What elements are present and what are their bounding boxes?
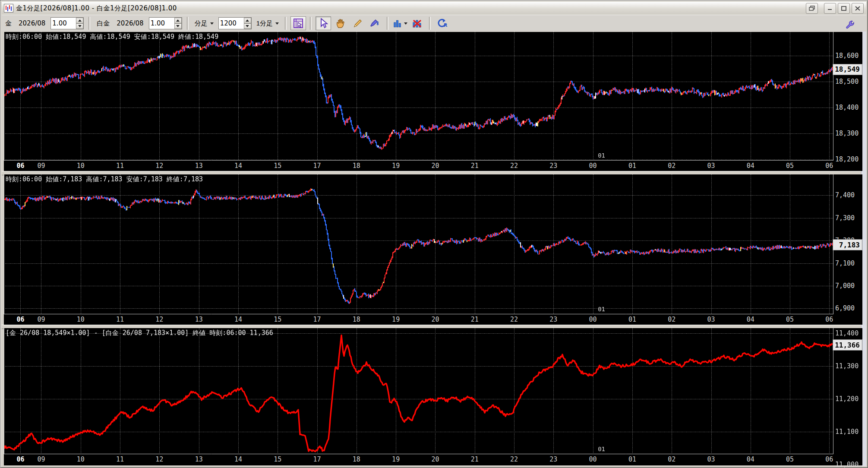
y-axis-label: 7,400 [835,191,855,199]
x-axis-label: 22 [510,162,518,170]
x-axis-label: 14 [234,316,242,323]
interval-type-dropdown[interactable]: 分足 [192,17,217,30]
x-axis-label: 01 [628,316,636,323]
x-axis-label: 21 [471,455,479,463]
x-axis-label: 05 [786,316,794,323]
chart-clear-button[interactable] [410,16,425,30]
x-axis-label: 18 [353,455,360,463]
platinum-multiplier-down-button[interactable] [174,23,182,29]
chart-type-menu-button[interactable] [392,16,408,30]
x-axis-label: 19 [392,455,400,463]
x-axis-label: 02 [668,316,675,323]
chevron-down-icon [210,22,214,25]
x-axis-label: 10 [77,316,85,323]
x-axis-label: 02 [668,162,675,170]
toolbar-separator [187,17,189,30]
x-axis[interactable]: 0609101112131415171819202122230001020304… [4,161,833,171]
y-axis-label: 18,500 [835,78,859,85]
chevron-down-icon [404,22,407,25]
y-axis-label: 7,300 [835,214,855,222]
day-separator-label: 01 [598,446,605,452]
x-axis-label: 23 [549,316,557,323]
reload-button[interactable]: R [435,16,450,30]
x-axis-label: 17 [313,162,321,170]
bar-chart-icon [393,18,403,28]
gold-multiplier-spinbox [51,17,84,29]
x-axis-label: 02 [668,455,675,463]
x-axis-label: 21 [471,316,479,323]
x-axis-label: 19 [392,162,400,170]
y-axis[interactable]: 18,60018,50018,40018,30018,20018,549 [833,32,862,171]
y-axis[interactable]: 7,4007,3007,2007,1007,0006,9007,183 [833,174,862,325]
bar-count-up-button[interactable] [244,18,251,23]
close-button[interactable] [852,3,864,14]
pan-tool-button[interactable] [333,16,348,30]
marker-move-tool-button[interactable] [367,16,383,30]
x-axis-label: 06 [825,455,833,463]
marker-move-icon [369,18,381,28]
y-axis-label: 6,900 [835,304,855,312]
x-axis-label: 19 [392,316,400,323]
chevron-down-icon [275,22,279,25]
x-axis[interactable]: 0609101112131415171819202122230001020304… [4,314,833,325]
cursor-arrow-icon [319,18,328,28]
gold-multiplier-input[interactable] [51,18,76,29]
y-axis-label: 7,100 [835,259,855,267]
restore-window-button[interactable] [806,3,818,14]
gold-1min-canvas[interactable] [4,32,833,161]
gold-platinum-spread-canvas[interactable] [4,328,833,454]
toolbar-separator [88,17,90,30]
x-axis-label: 10 [77,455,85,463]
x-axis-label: 12 [155,162,163,170]
chart-cursor-tool-button[interactable] [290,16,306,30]
x-axis-label: 18 [353,162,360,170]
y-axis-label: 7,000 [835,282,855,290]
bar-count-input[interactable] [219,18,244,29]
x-axis-label: 03 [707,162,715,170]
x-axis-label: 06 [825,316,833,323]
x-axis-label: 11 [116,162,124,170]
x-axis-label: 11 [116,316,124,323]
x-axis-label: 11 [116,455,124,463]
x-axis-label: 21 [471,162,479,170]
x-axis-label: 06 [16,455,24,463]
x-axis-label: 12 [155,455,163,463]
x-axis-label: 03 [707,455,715,463]
x-axis-label: 05 [786,162,794,170]
y-axis-label: 11,300 [835,362,859,370]
maximize-button[interactable] [838,3,850,14]
pencil-tool-button[interactable] [350,16,366,30]
x-axis-label: 05 [786,455,794,463]
x-axis-label: 18 [353,316,360,323]
gold-multiplier-up-button[interactable] [76,18,83,23]
bar-count-down-button[interactable] [244,23,251,29]
platinum-1min-canvas[interactable] [4,174,833,314]
x-axis-label: 23 [549,455,557,463]
gold-multiplier-down-button[interactable] [76,23,83,29]
platinum-contract-month: 2026/08 [117,19,143,27]
pane-info-line: 時刻:06:00 始値:18,549 高値:18,549 安値:18,549 終… [6,33,218,41]
platinum-symbol-label: 白金 [97,19,110,28]
x-axis-label: 13 [195,162,203,170]
platinum-multiplier-up-button[interactable] [174,18,182,23]
pane-info-line: [金 26/08 18,549×1.00] - [白金 26/08 7,183×… [6,329,273,337]
select-tool-button[interactable] [316,16,331,30]
x-axis-label: 22 [510,316,518,323]
minimize-button[interactable] [824,3,836,14]
timeframe-dropdown[interactable]: 1分足 [253,17,282,30]
x-axis-label: 15 [274,316,281,323]
x-axis-label: 13 [195,455,203,463]
close-price-badge: 18,549 [833,64,862,75]
spread-chart-pane: [金 26/08 18,549×1.00] - [白金 26/08 7,183×… [4,328,862,465]
settings-button[interactable] [842,17,858,31]
x-axis[interactable]: 0609101112131415171819202122230001020304… [4,454,833,465]
y-axis-label: 18,400 [835,104,859,111]
x-axis-label: 10 [77,162,85,170]
toolbar-separator [285,17,287,30]
candlestick-app-icon [4,4,13,13]
y-axis[interactable]: 11,40011,30011,20011,10011,00011,366 [833,328,862,465]
reload-icon: R [437,18,448,28]
platinum-multiplier-input[interactable] [149,18,174,29]
title-bar[interactable]: 金1分足[2026/08]1.00 - 白金1分足[2026/08]1.00 [2,2,866,15]
x-axis-label: 22 [510,455,518,463]
